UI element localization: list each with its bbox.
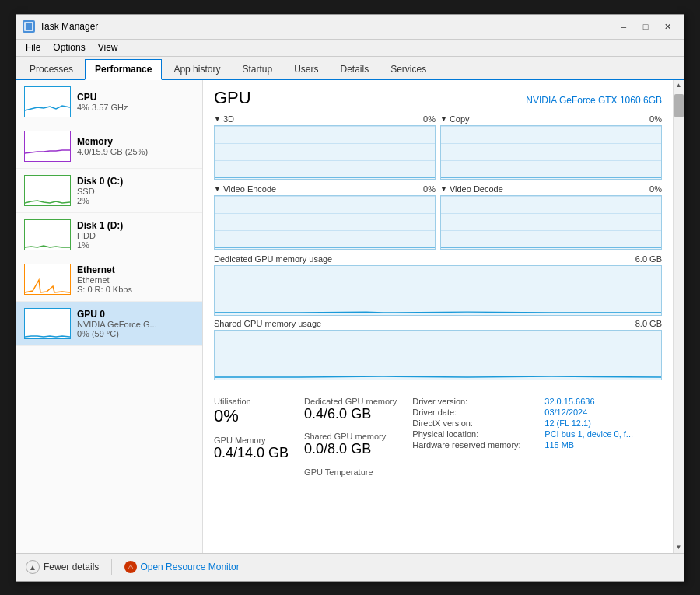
gridline (441, 160, 661, 161)
scroll-down-arrow[interactable]: ▼ (674, 542, 684, 553)
main-content: CPU 4% 3.57 GHz Memory 4.0/15.9 GB (25%) (16, 80, 684, 553)
close-button[interactable]: ✕ (657, 19, 677, 34)
sidebar-item-ethernet[interactable]: Ethernet Ethernet S: 0 R: 0 Kbps (16, 257, 202, 302)
ethernet-sub1: Ethernet (77, 275, 194, 285)
info-table: Driver version: 32.0.15.6636 Driver date… (412, 397, 633, 477)
gridline (215, 126, 435, 127)
ethernet-thumb (24, 264, 71, 295)
directx-val: 12 (FL 12.1) (544, 418, 591, 428)
tab-users[interactable]: Users (284, 59, 328, 79)
gridline (441, 177, 661, 178)
gpu0-title: GPU 0 (77, 309, 194, 320)
chart-vencode-label-row: ▼ Video Encode 0% (214, 184, 436, 194)
chevron-3d-icon: ▼ (214, 115, 221, 123)
scroll-thumb[interactable] (674, 94, 684, 117)
dedicated-label: Dedicated GPU memory usage (214, 254, 332, 264)
cpu-title: CPU (77, 92, 194, 103)
info-hw-reserved: Hardware reserved memory: 115 MB (412, 440, 633, 450)
chart-vencode-percent: 0% (423, 184, 436, 194)
chart-vdecode-text: Video Decode (450, 184, 503, 194)
ethernet-sub2: S: 0 R: 0 Kbps (77, 285, 194, 294)
sidebar-item-disk0[interactable]: Disk 0 (C:) SSD 2% (16, 169, 202, 213)
menu-bar: File Options View (16, 40, 684, 57)
gridline (441, 230, 661, 231)
chart-copy-text: Copy (450, 114, 470, 124)
tab-performance[interactable]: Performance (85, 59, 162, 80)
chart-3d-label: ▼ 3D (214, 114, 234, 124)
tab-app-history[interactable]: App history (163, 59, 230, 79)
ethernet-info: Ethernet Ethernet S: 0 R: 0 Kbps (77, 264, 194, 294)
tabs-bar: Processes Performance App history Startu… (16, 57, 684, 80)
gridline (215, 177, 435, 178)
tab-services[interactable]: Services (380, 59, 436, 79)
gridline (215, 196, 435, 197)
utilisation-value: 0% (214, 406, 289, 426)
chart-3d-gridlines (215, 126, 435, 179)
chart-vdecode-percent: 0% (649, 184, 662, 194)
fewer-details-button[interactable]: ▲ Fewer details (26, 560, 99, 574)
chart-copy-area (440, 125, 662, 180)
gridline (441, 213, 661, 214)
chart-copy-label: ▼ Copy (440, 114, 470, 124)
chevron-vencode-icon: ▼ (214, 185, 221, 193)
memory-title: Memory (77, 136, 194, 147)
chart-video-decode: ▼ Video Decode 0% (440, 184, 662, 250)
shared-gpu-value: 0.0/8.0 GB (304, 441, 397, 458)
scroll-up-arrow[interactable]: ▲ (674, 80, 684, 91)
tab-details[interactable]: Details (330, 59, 379, 79)
minimize-button[interactable]: – (614, 19, 634, 34)
driver-date-key: Driver date: (412, 408, 537, 417)
gridline (441, 247, 661, 248)
disk1-sub1: HDD (77, 231, 194, 240)
chart-vencode-gridlines (215, 196, 435, 249)
disk1-info: Disk 1 (D:) HDD 1% (77, 220, 194, 250)
sidebar-item-memory[interactable]: Memory 4.0/15.9 GB (25%) (16, 124, 202, 169)
sidebar-item-cpu[interactable]: CPU 4% 3.57 GHz (16, 80, 202, 124)
menu-file[interactable]: File (19, 40, 47, 54)
tab-processes[interactable]: Processes (19, 59, 83, 79)
cpu-info: CPU 4% 3.57 GHz (77, 92, 194, 112)
physical-key: Physical location: (412, 429, 537, 439)
gridline (215, 143, 435, 144)
info-driver-date: Driver date: 03/12/2024 (412, 408, 633, 417)
tab-startup[interactable]: Startup (232, 59, 282, 79)
info-driver-version: Driver version: 32.0.15.6636 (412, 397, 633, 406)
dedicated-chart-area (214, 265, 662, 316)
disk0-title: Disk 0 (C:) (77, 176, 194, 187)
sidebar-item-gpu0[interactable]: GPU 0 NVIDIA GeForce G... 0% (59 °C) (16, 302, 202, 346)
chart-copy-gridlines (441, 126, 661, 179)
memory-info: Memory 4.0/15.9 GB (25%) (77, 136, 194, 156)
dedicated-gpu-value: 0.4/6.0 GB (304, 406, 397, 423)
chart-vdecode-label-row: ▼ Video Decode 0% (440, 184, 662, 194)
gridline (215, 160, 435, 161)
dedicated-max: 6.0 GB (635, 254, 662, 264)
bottom-separator (111, 559, 112, 575)
open-resource-monitor-link[interactable]: ⚠ Open Resource Monitor (124, 561, 239, 573)
bottom-bar: ▲ Fewer details ⚠ Open Resource Monitor (16, 553, 684, 581)
chart-3d-area (214, 125, 436, 180)
disk0-thumb (24, 175, 71, 206)
chart-vdecode-area (440, 195, 662, 250)
stats-row: Utilisation 0% GPU Memory 0.4/14.0 GB De… (214, 390, 662, 477)
menu-options[interactable]: Options (47, 40, 91, 54)
stat-gpu-memory: GPU Memory 0.4/14.0 GB (214, 436, 289, 462)
chart-3d-label-row: ▼ 3D 0% (214, 114, 436, 124)
maximize-button[interactable]: □ (635, 19, 656, 34)
task-manager-window: Task Manager – □ ✕ File Options View Pro… (16, 14, 684, 582)
sidebar-item-disk1[interactable]: Disk 1 (D:) HDD 1% (16, 213, 202, 257)
shared-gpu-label: Shared GPU memory (304, 432, 397, 441)
gpu0-sub2: 0% (59 °C) (77, 329, 194, 338)
hw-reserved-val: 115 MB (544, 440, 574, 450)
menu-view[interactable]: View (92, 40, 124, 54)
gridline (215, 230, 435, 231)
stat-group-middle: Dedicated GPU memory 0.4/6.0 GB Shared G… (304, 397, 397, 477)
sidebar: CPU 4% 3.57 GHz Memory 4.0/15.9 GB (25%) (16, 80, 203, 553)
physical-val: PCI bus 1, device 0, f... (544, 429, 633, 439)
gridline (441, 126, 661, 127)
stat-group-left: Utilisation 0% GPU Memory 0.4/14.0 GB (214, 397, 289, 477)
utilisation-label: Utilisation (214, 397, 289, 406)
gpu-temp-label: GPU Temperature (304, 467, 397, 477)
stat-utilisation: Utilisation 0% (214, 397, 289, 426)
chart-vdecode-gridlines (441, 196, 661, 249)
gpu0-thumb (24, 308, 71, 339)
